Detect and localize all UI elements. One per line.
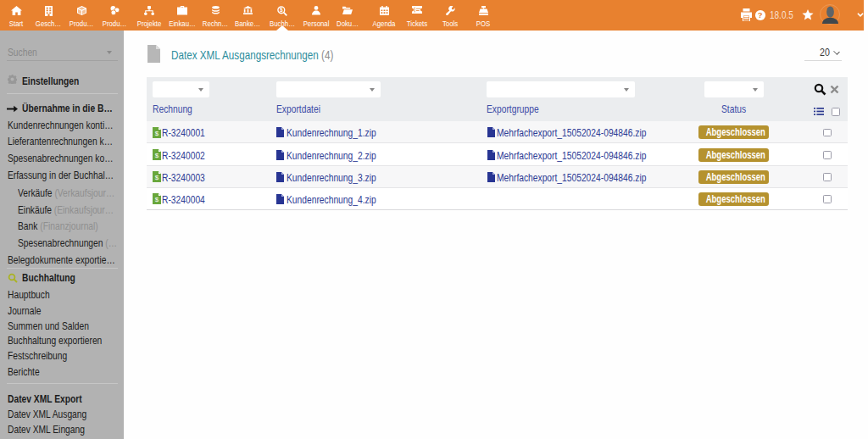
svg-text:$: $ xyxy=(155,130,159,137)
svg-text:$: $ xyxy=(279,7,282,14)
svg-text:$: $ xyxy=(155,174,159,181)
svg-text:$: $ xyxy=(155,152,159,159)
svg-text:$: $ xyxy=(155,196,159,203)
